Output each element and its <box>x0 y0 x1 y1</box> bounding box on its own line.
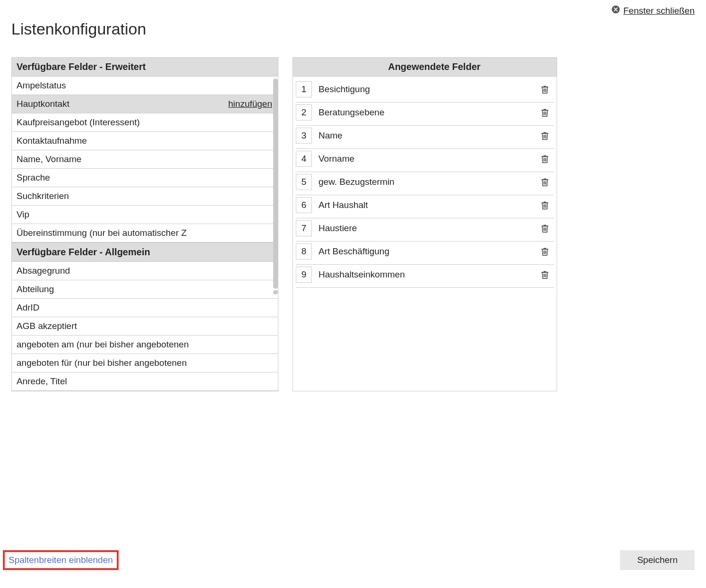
applied-field-label: Beratungsebene <box>317 107 533 118</box>
available-field-row[interactable]: Kontaktaufnahme <box>12 132 278 150</box>
scrollbar[interactable] <box>273 78 278 391</box>
order-input[interactable]: 9 <box>296 267 312 283</box>
available-field-label: Abteilung <box>17 284 54 294</box>
available-general-header: Verfügbare Felder - Allgemein <box>12 242 278 262</box>
available-field-label: Suchkriterien <box>17 191 69 201</box>
order-input[interactable]: 3 <box>296 128 312 144</box>
applied-field-label: Haustiere <box>317 223 533 233</box>
applied-field-row[interactable]: 5gew. Bezugstermin <box>296 172 554 195</box>
available-field-row[interactable]: Übereinstimmung (nur bei automatischer Z <box>12 224 278 242</box>
show-column-widths-highlight: Spaltenbreiten einblenden <box>3 550 119 570</box>
applied-field-row[interactable]: 8Art Beschäftigung <box>296 242 554 265</box>
applied-field-row[interactable]: 4Vorname <box>296 149 554 172</box>
trash-icon[interactable] <box>538 200 552 210</box>
applied-field-label: Vorname <box>317 154 533 164</box>
applied-field-row[interactable]: 9Haushaltseinkommen <box>296 265 554 288</box>
show-column-widths-link[interactable]: Spaltenbreiten einblenden <box>9 555 113 565</box>
trash-icon[interactable] <box>538 269 552 280</box>
available-field-label: Name, Vorname <box>17 154 81 164</box>
trash-icon[interactable] <box>538 107 552 118</box>
applied-field-label: Besichtigung <box>317 84 533 95</box>
close-icon <box>611 5 620 17</box>
applied-field-label: Art Haushalt <box>317 200 533 210</box>
applied-field-label: Haushaltseinkommen <box>317 269 533 280</box>
available-field-label: Hauptkontakt <box>17 99 69 109</box>
trash-icon[interactable] <box>538 246 552 257</box>
available-field-label: angeboten für (nur bei bisher angebotene… <box>17 358 187 368</box>
scrollbar-thumb[interactable] <box>273 290 278 294</box>
applied-fields-panel: Angewendete Felder 1Besichtigung2Beratun… <box>293 57 557 391</box>
add-field-link[interactable]: hinzufügen <box>228 99 272 109</box>
available-field-label: Sprache <box>17 173 50 183</box>
available-field-row[interactable]: Abteilung <box>12 280 278 299</box>
available-field-label: Kontaktaufnahme <box>17 136 87 146</box>
applied-field-row[interactable]: 6Art Haushalt <box>296 195 554 218</box>
applied-field-row[interactable]: 1Besichtigung <box>296 79 554 103</box>
trash-icon[interactable] <box>538 177 552 187</box>
applied-header: Angewendete Felder <box>293 58 557 77</box>
available-field-row[interactable]: Kaufpreisangebot (Interessent) <box>12 113 278 132</box>
available-field-label: Absagegrund <box>17 266 70 276</box>
applied-field-row[interactable]: 7Haustiere <box>296 218 554 242</box>
order-input[interactable]: 6 <box>296 197 312 213</box>
order-input[interactable]: 7 <box>296 220 312 236</box>
available-field-row[interactable]: Anrede, Titel <box>12 372 278 391</box>
order-input[interactable]: 2 <box>296 104 312 121</box>
applied-field-row[interactable]: 2Beratungsebene <box>296 103 554 126</box>
order-input[interactable]: 4 <box>296 151 312 167</box>
save-button[interactable]: Speichern <box>620 550 695 570</box>
available-field-label: AdrID <box>17 303 40 313</box>
available-field-row[interactable]: Vip <box>12 206 278 224</box>
available-field-row[interactable]: Hauptkontakthinzufügen <box>12 95 278 113</box>
available-field-row[interactable]: AGB akzeptiert <box>12 317 278 336</box>
available-field-row[interactable]: Sprache <box>12 169 278 187</box>
trash-icon[interactable] <box>538 223 552 233</box>
scrollbar-thumb[interactable] <box>273 78 278 289</box>
applied-field-label: Art Beschäftigung <box>317 246 533 257</box>
order-input[interactable]: 5 <box>296 174 312 190</box>
available-field-label: Anrede, Titel <box>17 376 67 387</box>
applied-field-label: gew. Bezugstermin <box>317 177 533 187</box>
available-field-label: Ampelstatus <box>17 80 66 91</box>
available-field-row[interactable]: angeboten am (nur bei bisher angebotenen <box>12 336 278 354</box>
trash-icon[interactable] <box>538 84 552 95</box>
trash-icon[interactable] <box>538 154 552 164</box>
available-field-label: AGB akzeptiert <box>17 321 77 331</box>
available-field-row[interactable]: Name, Vorname <box>12 150 278 169</box>
available-field-label: angeboten am (nur bei bisher angebotenen <box>17 339 189 350</box>
close-window-label: Fenster schließen <box>623 6 695 16</box>
trash-icon[interactable] <box>538 130 552 141</box>
applied-field-row[interactable]: 3Name <box>296 126 554 149</box>
order-input[interactable]: 8 <box>296 243 312 259</box>
available-field-label: Kaufpreisangebot (Interessent) <box>17 117 140 128</box>
available-field-row[interactable]: Absagegrund <box>12 262 278 280</box>
available-field-label: Übereinstimmung (nur bei automatischer Z <box>17 228 187 238</box>
available-fields-panel: Verfügbare Felder - Erweitert Ampelstatu… <box>11 57 278 391</box>
available-field-row[interactable]: angeboten für (nur bei bisher angebotene… <box>12 354 278 372</box>
available-field-row[interactable]: AdrID <box>12 299 278 317</box>
available-extended-header: Verfügbare Felder - Erweitert <box>12 58 278 77</box>
available-field-row[interactable]: Ampelstatus <box>12 77 278 95</box>
available-field-label: Vip <box>17 209 29 220</box>
order-input[interactable]: 1 <box>296 81 312 97</box>
close-window-link[interactable]: Fenster schließen <box>611 5 695 17</box>
available-field-row[interactable]: Suchkriterien <box>12 187 278 206</box>
page-title: Listenkonfiguration <box>11 20 695 38</box>
applied-field-label: Name <box>317 130 533 141</box>
